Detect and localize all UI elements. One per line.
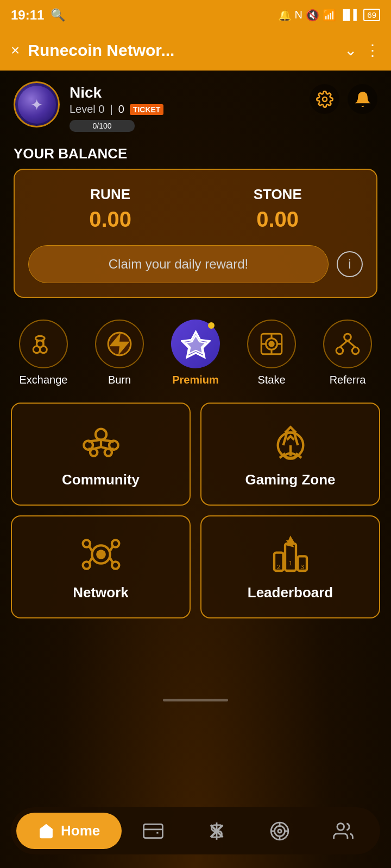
balance-row: RUNE 0.00 STONE 0.00 (28, 186, 363, 232)
svg-point-39 (97, 551, 104, 558)
claim-row: Claim your daily reward! i (28, 245, 363, 283)
profile-level: Level 0 (70, 103, 105, 116)
alarm-icon: 🔔 (278, 9, 292, 22)
mine-tab[interactable] (200, 815, 233, 847)
svg-line-31 (93, 447, 100, 449)
svg-point-60 (278, 829, 281, 832)
leaderboard-button[interactable]: 2 1 3 Leaderboard (200, 515, 380, 618)
action-exchange[interactable]: Exchange (19, 320, 68, 386)
burn-label: Burn (108, 374, 131, 386)
profile-info: Nick Level 0 | 0 TICKET 0/100 (70, 81, 300, 132)
svg-point-6 (35, 336, 45, 340)
exchange-label: Exchange (20, 374, 68, 386)
claim-button[interactable]: Claim your daily reward! (28, 245, 329, 283)
action-premium[interactable]: Premium (171, 320, 220, 386)
svg-line-19 (339, 341, 348, 348)
svg-point-17 (336, 347, 343, 354)
svg-rect-54 (144, 824, 163, 838)
status-icons: 🔔 N 🔇 📶 ▐▌▌ 69 (278, 9, 380, 22)
svg-line-32 (101, 447, 108, 449)
action-referral[interactable]: Referra (323, 320, 372, 386)
progress-bar: 0/100 (70, 120, 135, 132)
svg-point-11 (269, 342, 274, 346)
home-label: Home (61, 822, 100, 839)
svg-point-59 (275, 826, 285, 836)
battery-icon: 69 (363, 9, 380, 21)
stake-label: Stake (257, 374, 285, 386)
community-label: Community (62, 471, 140, 488)
exchange-circle (19, 320, 68, 368)
balance-title: YOUR BALANCE (14, 145, 377, 162)
gaming-zone-button[interactable]: Gaming Zone (200, 403, 380, 506)
referral-label: Referra (330, 374, 366, 386)
svg-line-45 (110, 546, 112, 551)
svg-point-18 (352, 347, 359, 354)
rune-value: 0.00 (89, 207, 131, 232)
menu-icon[interactable]: ⋮ (365, 41, 380, 59)
top-bar: × Runecoin Networ... ⌄ ⋮ (0, 30, 391, 71)
balance-card: RUNE 0.00 STONE 0.00 Claim your daily re… (14, 169, 377, 298)
nav-icons (122, 815, 375, 847)
rune-label: RUNE (89, 186, 131, 203)
dropdown-icon[interactable]: ⌄ (344, 41, 357, 59)
svg-text:2: 2 (277, 563, 280, 570)
ticket-count: 0 (118, 103, 124, 116)
svg-point-0 (323, 97, 327, 101)
svg-point-43 (112, 561, 119, 569)
search-icon: 🔍 (51, 8, 65, 22)
wifi-icon: 📶 (323, 9, 336, 22)
premium-circle (171, 320, 220, 368)
nfc-icon: N (295, 9, 302, 21)
rune-balance: RUNE 0.00 (89, 186, 131, 232)
premium-label: Premium (172, 374, 219, 386)
svg-point-42 (83, 561, 90, 569)
svg-line-20 (348, 341, 356, 348)
info-button[interactable]: i (337, 251, 363, 277)
community-button[interactable]: Community (11, 403, 191, 506)
actions-row: Exchange Burn Premium (0, 306, 391, 397)
progress-text: 0/100 (92, 122, 111, 130)
svg-line-46 (89, 558, 92, 563)
svg-text:1: 1 (288, 559, 292, 566)
network-button[interactable]: Network (11, 515, 191, 618)
avatar (14, 81, 60, 127)
home-indicator (163, 699, 228, 701)
svg-point-65 (337, 823, 344, 830)
profile-actions (310, 81, 377, 114)
balance-section: YOUR BALANCE RUNE 0.00 STONE 0.00 Claim … (0, 137, 391, 306)
profile-section: Nick Level 0 | 0 TICKET 0/100 (0, 71, 391, 137)
community-tab[interactable] (327, 815, 360, 847)
target-tab[interactable] (263, 815, 296, 847)
svg-point-41 (112, 540, 119, 547)
grid-section: Community Gaming Zone (0, 397, 391, 629)
stone-label: STONE (254, 186, 302, 203)
svg-text:3: 3 (300, 563, 304, 570)
notification-button[interactable] (348, 84, 377, 114)
status-bar: 19:11 🔍 🔔 N 🔇 📶 ▐▌▌ 69 (0, 0, 391, 30)
ticket-icon: TICKET (130, 104, 164, 115)
profile-name: Nick (70, 84, 300, 101)
app-title: Runecoin Networ... (28, 41, 336, 60)
referral-circle (323, 320, 372, 368)
action-burn[interactable]: Burn (95, 320, 144, 386)
bottom-nav: Home (11, 807, 380, 854)
close-button[interactable]: × (11, 42, 20, 59)
signal-icon: ▐▌▌ (339, 9, 360, 21)
svg-point-21 (96, 429, 106, 440)
svg-point-16 (344, 334, 351, 341)
svg-line-44 (89, 546, 92, 551)
settings-button[interactable] (310, 84, 339, 114)
home-tab[interactable]: Home (16, 813, 122, 849)
burn-circle (95, 320, 144, 368)
action-stake[interactable]: Stake (247, 320, 296, 386)
stone-balance: STONE 0.00 (254, 186, 302, 232)
wallet-tab[interactable] (137, 815, 169, 847)
svg-point-40 (83, 540, 90, 547)
status-time: 19:11 (11, 8, 44, 23)
mute-icon: 🔇 (306, 9, 319, 22)
leaderboard-label: Leaderboard (248, 584, 333, 601)
svg-point-3 (37, 341, 44, 348)
stake-circle (247, 320, 296, 368)
network-label: Network (73, 584, 129, 601)
svg-rect-48 (285, 544, 296, 571)
